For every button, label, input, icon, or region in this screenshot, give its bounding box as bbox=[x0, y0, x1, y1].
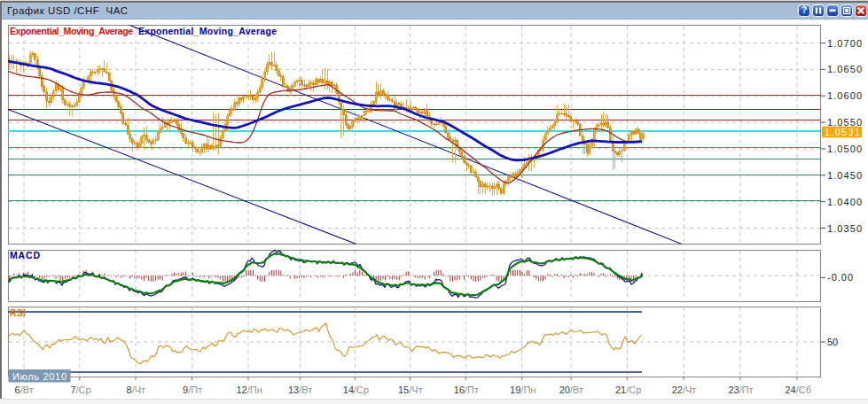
svg-text:20/Вт: 20/Вт bbox=[559, 385, 583, 395]
svg-text:16/Пт: 16/Пт bbox=[454, 385, 479, 395]
svg-text:1.0450: 1.0450 bbox=[827, 170, 862, 181]
svg-text:?: ? bbox=[802, 5, 807, 15]
svg-text:RSI: RSI bbox=[10, 307, 26, 318]
svg-text:24/Сб: 24/Сб bbox=[786, 385, 812, 395]
svg-text:1.0500: 1.0500 bbox=[827, 144, 862, 154]
svg-text:14/Ср: 14/Ср bbox=[343, 385, 369, 395]
svg-text:50: 50 bbox=[827, 337, 838, 347]
svg-text:15/Чт: 15/Чт bbox=[398, 385, 423, 395]
svg-text:21/Ср: 21/Ср bbox=[615, 385, 641, 395]
svg-text:12/Пн: 12/Пн bbox=[237, 385, 262, 395]
svg-text:6/Вт: 6/Вт bbox=[15, 385, 34, 395]
svg-text:-0.00: -0.00 bbox=[827, 272, 853, 283]
svg-text:8/Чт: 8/Чт bbox=[127, 385, 146, 395]
svg-text:Exponential_Moving_Average: Exponential_Moving_Average bbox=[10, 26, 133, 36]
svg-text:1.0350: 1.0350 bbox=[827, 223, 862, 234]
svg-text:19/Пн: 19/Пн bbox=[510, 385, 536, 395]
svg-text:График USD /CHF ЧАС: График USD /CHF ЧАС bbox=[7, 5, 128, 16]
svg-text:9/Пт: 9/Пт bbox=[183, 385, 202, 395]
svg-text:MACD: MACD bbox=[10, 250, 40, 260]
svg-text:23/Пт: 23/Пт bbox=[728, 385, 753, 395]
svg-text:1.0650: 1.0650 bbox=[827, 64, 862, 74]
svg-text:7/Ср: 7/Ср bbox=[70, 385, 90, 395]
svg-text:22/Чт: 22/Чт bbox=[672, 385, 697, 395]
svg-text:Июль 2010: Июль 2010 bbox=[12, 371, 66, 382]
svg-text:1.0700: 1.0700 bbox=[827, 38, 862, 49]
svg-text:1.0400: 1.0400 bbox=[827, 197, 862, 207]
svg-text:1.0531: 1.0531 bbox=[825, 127, 860, 137]
svg-text:Exponential_Moving_Average: Exponential_Moving_Average bbox=[138, 26, 277, 36]
svg-text:13/Вт: 13/Вт bbox=[288, 385, 312, 395]
svg-text:1.0600: 1.0600 bbox=[827, 90, 862, 101]
